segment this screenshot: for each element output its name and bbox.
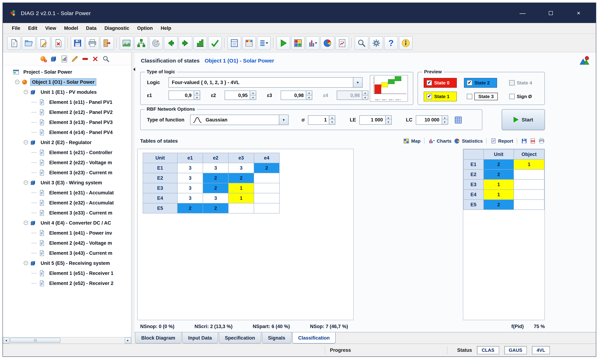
spin-up-icon[interactable]: ▲	[194, 91, 200, 95]
state-cell[interactable]: 2	[254, 163, 280, 173]
menu-option[interactable]: Option	[133, 24, 157, 32]
tab-classification[interactable]: Classification	[292, 332, 336, 344]
chart-green-button[interactable]	[193, 36, 207, 50]
sigma-spinner[interactable]: 1▲▼	[308, 115, 336, 124]
checkbox-icon[interactable]	[427, 80, 432, 85]
scrollbar-thumb[interactable]	[10, 338, 60, 343]
state-cell[interactable]	[254, 183, 280, 193]
state-toggle-state-1[interactable]: State 1	[424, 92, 457, 101]
function-select[interactable]: Gaussian ▼	[190, 115, 289, 125]
state-cell[interactable]: 1	[228, 183, 254, 193]
tree-expander-icon[interactable]	[24, 180, 28, 185]
state-cell[interactable]: 2	[203, 173, 228, 183]
model-structure-button[interactable]	[134, 36, 148, 50]
unit-new-button[interactable]	[49, 54, 59, 63]
le-spinner[interactable]: 1 000▲▼	[359, 115, 392, 124]
edit-project-button[interactable]	[37, 36, 50, 50]
object-new-button[interactable]	[39, 54, 48, 63]
spinner[interactable]: 10 000▲▼	[416, 115, 448, 124]
report-chart-button[interactable]	[335, 36, 349, 50]
state-cell[interactable]	[254, 173, 280, 183]
epsilon-1-spinner[interactable]: 0,9▲▼	[169, 91, 200, 100]
tab-block-diagram[interactable]: Block Diagram	[135, 332, 181, 344]
tree-item[interactable]: Element 2 (e22) - Voltage m	[3, 157, 131, 168]
checkbox-icon[interactable]	[427, 94, 432, 99]
open-project-button[interactable]	[22, 36, 36, 50]
checkbox-icon[interactable]	[509, 80, 515, 85]
minimize-button[interactable]: —	[518, 10, 527, 16]
epsilon-2-spinner[interactable]: 0,95▲▼	[225, 91, 256, 100]
state-toggle-state-4[interactable]: State 4	[506, 78, 539, 88]
charts-button[interactable]: Charts	[428, 138, 451, 144]
print-button[interactable]	[85, 36, 99, 50]
tree-item[interactable]: Element 2 (e42) - Voltage m	[3, 238, 131, 248]
tree-item[interactable]: Object 1 (O1) - Solar Power	[3, 77, 131, 87]
data-table-button[interactable]	[242, 36, 256, 50]
delete-erase-button[interactable]	[91, 54, 100, 63]
state-grid-button[interactable]	[291, 36, 305, 50]
run-button[interactable]	[276, 36, 290, 50]
spin-down-icon[interactable]: ▼	[194, 95, 200, 100]
tree-item[interactable]: Element 2 (e12) - Panel PV2	[3, 107, 131, 117]
tree-expander-icon[interactable]	[24, 261, 28, 265]
confirm-check-button[interactable]	[208, 36, 222, 50]
tree-item[interactable]: Element 1 (e21) - Controller	[3, 147, 131, 157]
spin-up-icon[interactable]: ▲	[329, 115, 335, 120]
tree-item[interactable]: Element 2 (e32) - Accumulat	[3, 198, 131, 208]
state-cell[interactable]: 2	[483, 200, 514, 210]
state-cell[interactable]: 1	[514, 159, 544, 169]
state-toggle-state-2[interactable]: State 2	[464, 78, 497, 88]
spin-down-icon[interactable]: ▼	[362, 95, 368, 100]
search-button[interactable]	[101, 54, 111, 63]
close-project-button[interactable]	[51, 36, 65, 50]
scroll-right-icon[interactable]: ►	[125, 337, 131, 344]
state-cell[interactable]: 1	[483, 179, 514, 189]
menu-file[interactable]: File	[8, 24, 24, 32]
splitter[interactable]	[131, 52, 134, 344]
menu-diagnostic[interactable]: Diagnostic	[101, 24, 133, 32]
tree-item[interactable]: Unit 2 (E2) - Regulator	[3, 137, 131, 147]
collapse-panel-icon[interactable]	[131, 67, 135, 71]
tree-item[interactable]: Unit 3 (E3) - Wiring system	[3, 177, 131, 187]
tree-item[interactable]: Unit 5 (E5) - Receiving system	[3, 258, 131, 268]
state-cell[interactable]: 2	[228, 173, 254, 183]
spin-up-icon[interactable]: ▲	[362, 91, 368, 95]
state-cell[interactable]: 3	[177, 173, 203, 183]
export-pdf-button[interactable]: PDF	[530, 138, 536, 144]
spin-down-icon[interactable]: ▼	[385, 120, 391, 124]
statistics-button[interactable]: Statistics	[454, 138, 483, 144]
state-cell[interactable]	[514, 169, 544, 179]
maximize-button[interactable]	[546, 10, 555, 16]
state-toggle-state-3[interactable]: State 3	[464, 92, 500, 101]
tree-horizontal-scrollbar[interactable]: ◄ ►	[3, 337, 131, 344]
map-button[interactable]: Map	[403, 138, 421, 144]
state-cell[interactable]: 1	[228, 193, 254, 203]
element-chart-button[interactable]	[60, 54, 69, 63]
export-image-button[interactable]	[120, 36, 133, 50]
menu-model[interactable]: Model	[60, 24, 82, 32]
state-cell[interactable]: 1	[483, 189, 514, 200]
tree-expander-icon[interactable]	[15, 80, 19, 84]
edit-pencil-button[interactable]	[70, 54, 79, 63]
spin-up-icon[interactable]: ▲	[306, 91, 312, 95]
state-cell[interactable]	[254, 193, 280, 203]
state-cell[interactable]: 2	[203, 183, 228, 193]
state-cell[interactable]: 3	[177, 183, 203, 193]
tree-expander-icon[interactable]	[24, 90, 28, 94]
spinner[interactable]: 1 000▲▼	[359, 115, 392, 124]
tree-item[interactable]: Element 3 (e13) - Panel PV3	[3, 117, 131, 127]
exit-button[interactable]	[100, 36, 114, 50]
state-cell[interactable]: 2	[203, 203, 228, 213]
spin-up-icon[interactable]: ▲	[250, 91, 256, 95]
tree-item[interactable]: Element 1 (e41) - Power inv	[3, 228, 131, 238]
tab-signals[interactable]: Signals	[262, 332, 291, 344]
tree-item[interactable]: Element 3 (e23) - Current m	[3, 168, 131, 177]
spin-up-icon[interactable]: ▲	[442, 115, 448, 120]
menu-edit[interactable]: Edit	[24, 24, 41, 32]
state-toggle-state-0[interactable]: State 0	[424, 78, 457, 88]
save-results-button[interactable]	[521, 138, 527, 144]
state-cell[interactable]	[228, 203, 254, 213]
state-cell[interactable]: 2	[483, 169, 514, 179]
state-cell[interactable]: 3	[228, 163, 254, 173]
tree-item[interactable]: Element 4 (e14) - Panel PV4	[3, 127, 131, 137]
